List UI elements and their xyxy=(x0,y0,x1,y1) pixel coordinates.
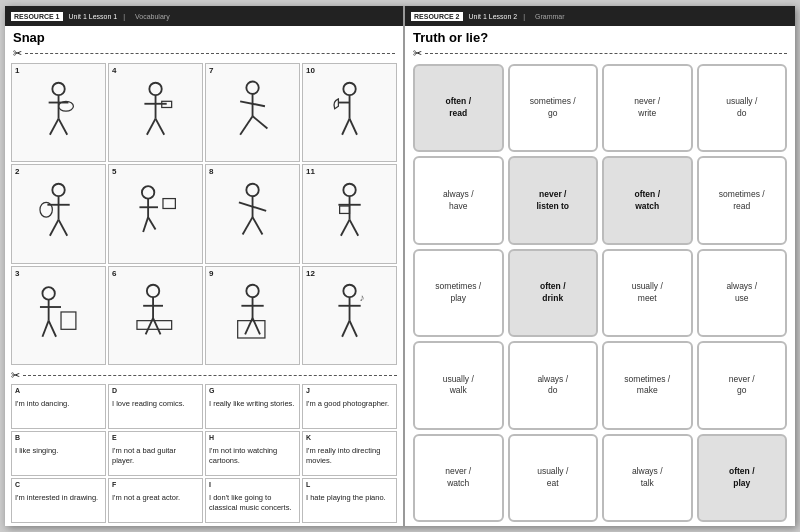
image-cell: 7 xyxy=(205,63,300,162)
truth-card: often /drink xyxy=(508,249,599,337)
svg-line-42 xyxy=(341,220,350,236)
svg-line-43 xyxy=(350,220,359,236)
svg-rect-50 xyxy=(61,312,76,329)
svg-line-38 xyxy=(253,217,263,234)
book-spread: RESOURCE 1 Unit 1 Lesson 1 | Vocabulary … xyxy=(5,6,795,526)
truth-card-text: always /do xyxy=(537,374,568,398)
truth-card-text: often /read xyxy=(446,96,472,120)
svg-line-37 xyxy=(243,217,253,234)
stick-figure xyxy=(220,180,285,248)
right-type: Grammar xyxy=(535,13,565,20)
svg-point-51 xyxy=(147,285,159,297)
text-card-content: I'm a good photographer. xyxy=(306,399,393,409)
svg-point-34 xyxy=(246,184,258,196)
svg-point-27 xyxy=(40,202,52,217)
text-card-content: I'm really into directing movies. xyxy=(306,446,393,466)
text-card-label: L xyxy=(306,481,310,488)
stick-figure xyxy=(123,79,188,147)
truth-card-text: often /play xyxy=(729,466,755,490)
truth-card-text: often /watch xyxy=(635,189,661,213)
svg-line-48 xyxy=(42,321,48,337)
svg-rect-62 xyxy=(238,321,265,338)
svg-line-9 xyxy=(147,118,156,134)
left-page-header: RESOURCE 1 Unit 1 Lesson 1 | Vocabulary xyxy=(5,6,403,26)
svg-line-15 xyxy=(240,116,252,135)
truth-card: sometimes /make xyxy=(602,341,693,429)
text-card-content: I'm not a bad guitar player. xyxy=(112,446,199,466)
truth-card: always /talk xyxy=(602,434,693,522)
svg-line-20 xyxy=(350,118,357,134)
truth-card-text: usually /walk xyxy=(443,374,474,398)
text-card: D I love reading comics. xyxy=(108,384,203,429)
text-card-label: C xyxy=(15,481,20,488)
cell-number: 4 xyxy=(112,66,116,75)
truth-card-text: never /go xyxy=(729,374,755,398)
scissors-divider-top: ✂ xyxy=(5,47,403,60)
scissors-icon-2: ✂ xyxy=(11,369,20,382)
truth-card: always /do xyxy=(508,341,599,429)
cell-number: 2 xyxy=(15,167,19,176)
truth-grid: often /readsometimes /gonever /writeusua… xyxy=(405,62,795,526)
svg-line-3 xyxy=(50,118,59,134)
svg-point-6 xyxy=(149,82,161,94)
svg-rect-44 xyxy=(340,206,350,213)
svg-line-32 xyxy=(148,217,155,229)
text-card-label: A xyxy=(15,387,20,394)
truth-card: never /watch xyxy=(413,434,504,522)
truth-card: sometimes /play xyxy=(413,249,504,337)
truth-card: never /write xyxy=(602,64,693,152)
left-unit-info: Unit 1 Lesson 1 xyxy=(69,13,118,20)
cell-number: 11 xyxy=(306,167,315,176)
text-card-content: I really like writing stories. xyxy=(209,399,296,409)
svg-line-67 xyxy=(350,321,357,337)
image-cell: 10 xyxy=(302,63,397,162)
text-card: A I'm into dancing. xyxy=(11,384,106,429)
text-card: C I'm interested in drawing. xyxy=(11,478,106,523)
text-card: B I like singing. xyxy=(11,431,106,476)
text-card-content: I like singing. xyxy=(15,446,102,456)
scissors-divider-bottom: ✂ xyxy=(11,369,397,382)
scissors-icon-right: ✂ xyxy=(413,47,422,60)
cell-number: 10 xyxy=(306,66,315,75)
cell-number: 12 xyxy=(306,269,315,278)
svg-text:♪: ♪ xyxy=(359,292,364,303)
truth-card-text: always /use xyxy=(726,281,757,305)
truth-card-text: sometimes /make xyxy=(624,374,670,398)
truth-card: often /play xyxy=(697,434,788,522)
text-card: F I'm not a great actor. xyxy=(108,478,203,523)
text-card-content: I hate playing the piano. xyxy=(306,493,393,503)
text-card: E I'm not a bad guitar player. xyxy=(108,431,203,476)
text-card-label: J xyxy=(306,387,310,394)
truth-card: usually /eat xyxy=(508,434,599,522)
truth-card: usually /meet xyxy=(602,249,693,337)
truth-card-text: sometimes /play xyxy=(435,281,481,305)
dashed-line-right xyxy=(425,53,787,54)
image-cell: 11 xyxy=(302,164,397,263)
image-cell: 5 xyxy=(108,164,203,263)
stick-figure xyxy=(26,281,91,349)
svg-point-0 xyxy=(52,82,64,94)
stick-figure xyxy=(220,79,285,147)
svg-point-63 xyxy=(343,285,355,297)
stick-figure xyxy=(26,180,91,248)
cell-number: 1 xyxy=(15,66,19,75)
cell-number: 7 xyxy=(209,66,213,75)
right-page: RESOURCE 2 Unit 1 Lesson 2 | Grammar Tru… xyxy=(405,6,795,526)
dashed-line xyxy=(25,53,395,54)
svg-rect-33 xyxy=(163,199,175,209)
image-cell: 8 xyxy=(205,164,300,263)
text-card: J I'm a good photographer. xyxy=(302,384,397,429)
text-card: K I'm really into directing movies. xyxy=(302,431,397,476)
truth-card: often /read xyxy=(413,64,504,152)
text-card-content: I don't like going to classical music co… xyxy=(209,493,296,513)
cell-number: 8 xyxy=(209,167,213,176)
resource-1-tag: RESOURCE 1 xyxy=(11,12,63,21)
image-cell: 4 xyxy=(108,63,203,162)
truth-card: often /watch xyxy=(602,156,693,244)
text-card-label: G xyxy=(209,387,214,394)
image-cell: 6 xyxy=(108,266,203,365)
image-cell: 1 xyxy=(11,63,106,162)
text-card-label: D xyxy=(112,387,117,394)
truth-card: sometimes /go xyxy=(508,64,599,152)
dashed-line-2 xyxy=(23,375,397,376)
